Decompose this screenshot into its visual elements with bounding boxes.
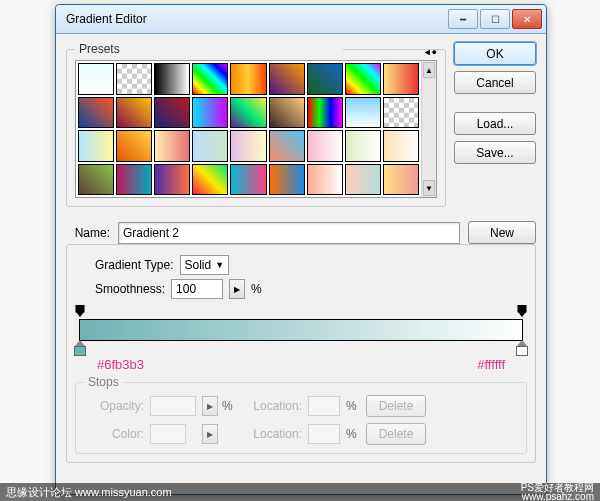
preset-swatch[interactable]: [78, 130, 114, 162]
preset-swatch[interactable]: [307, 130, 343, 162]
opacity-label: Opacity:: [84, 399, 144, 413]
stops-label: Stops: [84, 375, 123, 389]
color-stepper: ▶: [202, 424, 218, 444]
gradient-preview-bar[interactable]: [79, 319, 523, 341]
opacity-input: [150, 396, 196, 416]
gradient-editor-window: Gradient Editor ━ ☐ ✕ Presets ◄●: [55, 4, 547, 495]
presets-list: ▲ ▼: [75, 60, 437, 198]
color-location-input: [308, 424, 340, 444]
svg-rect-0: [76, 305, 84, 312]
preset-swatch[interactable]: [307, 63, 343, 95]
preset-swatch[interactable]: [345, 164, 381, 196]
delete-color-stop-button: Delete: [366, 423, 426, 445]
watermark-left: 思缘设计论坛 www.missyuan.com: [6, 485, 172, 500]
ok-button[interactable]: OK: [454, 42, 536, 65]
preset-swatch[interactable]: [345, 130, 381, 162]
preset-swatch[interactable]: [192, 164, 228, 196]
preset-swatch[interactable]: [78, 164, 114, 196]
smoothness-label: Smoothness:: [95, 282, 165, 296]
preset-swatch[interactable]: [230, 164, 266, 196]
preset-swatch[interactable]: [307, 164, 343, 196]
preset-swatch[interactable]: [116, 130, 152, 162]
opacity-location-label: Location:: [242, 399, 302, 413]
color-location-label: Location:: [242, 427, 302, 441]
preset-swatch[interactable]: [383, 97, 419, 129]
delete-opacity-stop-button: Delete: [366, 395, 426, 417]
color-location-percent: %: [346, 427, 360, 441]
maximize-button[interactable]: ☐: [480, 9, 510, 29]
opacity-location-input: [308, 396, 340, 416]
preset-swatch[interactable]: [78, 63, 114, 95]
client-area: Presets ◄● ▲ ▼ OK Cancel: [56, 34, 546, 494]
gradient-type-select[interactable]: Solid ▼: [180, 255, 230, 275]
opacity-stepper: ▶: [202, 396, 218, 416]
opacity-percent: %: [222, 399, 236, 413]
preset-swatch[interactable]: [269, 130, 305, 162]
color-label: Color:: [84, 427, 144, 441]
stops-group: Stops Opacity: ▶ % Location: % Delete Co…: [75, 375, 527, 454]
presets-scrollbar[interactable]: ▲ ▼: [421, 61, 436, 197]
preset-swatch[interactable]: [345, 63, 381, 95]
left-stop-hex: #6fb3b3: [97, 357, 144, 372]
name-input[interactable]: [118, 222, 460, 244]
preset-swatch[interactable]: [78, 97, 114, 129]
preset-swatch[interactable]: [345, 97, 381, 129]
gradient-type-label: Gradient Type:: [95, 258, 174, 272]
preset-swatch[interactable]: [269, 164, 305, 196]
gradient-group: Gradient Type: Solid ▼ Smoothness: 100 ▶…: [66, 244, 536, 463]
svg-marker-1: [76, 312, 84, 317]
preset-swatch[interactable]: [192, 97, 228, 129]
preset-swatch[interactable]: [383, 130, 419, 162]
preset-swatch[interactable]: [192, 63, 228, 95]
color-well: [150, 424, 186, 444]
preset-swatch[interactable]: [154, 130, 190, 162]
smoothness-stepper[interactable]: ▶: [229, 279, 245, 299]
preset-swatch[interactable]: [230, 63, 266, 95]
preset-swatch[interactable]: [230, 130, 266, 162]
preset-swatch[interactable]: [307, 97, 343, 129]
cancel-button[interactable]: Cancel: [454, 71, 536, 94]
watermark-right: PS爱好者教程网 www.psahz.com: [521, 483, 594, 501]
presets-menu-icon[interactable]: ◄●: [423, 47, 437, 57]
opacity-stop-left[interactable]: [75, 305, 85, 315]
presets-label: Presets: [79, 42, 120, 56]
watermark-footer: 思缘设计论坛 www.missyuan.com PS爱好者教程网 www.psa…: [0, 483, 600, 501]
scroll-down-icon[interactable]: ▼: [423, 180, 435, 196]
new-button[interactable]: New: [468, 221, 536, 244]
preset-swatch[interactable]: [230, 97, 266, 129]
smoothness-input[interactable]: 100: [171, 279, 223, 299]
right-stop-hex: #ffffff: [477, 357, 505, 372]
preset-swatch[interactable]: [154, 97, 190, 129]
preset-swatch[interactable]: [383, 164, 419, 196]
presets-group: Presets ◄● ▲ ▼: [66, 42, 446, 207]
preset-swatch[interactable]: [269, 97, 305, 129]
opacity-location-percent: %: [346, 399, 360, 413]
preset-swatch[interactable]: [116, 164, 152, 196]
svg-rect-2: [518, 305, 526, 312]
opacity-stop-right[interactable]: [517, 305, 527, 315]
load-button[interactable]: Load...: [454, 112, 536, 135]
chevron-down-icon: ▼: [215, 260, 224, 270]
preset-swatch[interactable]: [269, 63, 305, 95]
titlebar[interactable]: Gradient Editor ━ ☐ ✕: [56, 5, 546, 34]
gradient-bar-area: #6fb3b3 #ffffff: [79, 315, 523, 375]
percent-label: %: [251, 282, 262, 296]
scroll-up-icon[interactable]: ▲: [423, 62, 435, 78]
svg-marker-3: [518, 312, 526, 317]
color-stop-left[interactable]: [74, 340, 86, 354]
window-title: Gradient Editor: [60, 12, 448, 26]
preset-swatch[interactable]: [116, 97, 152, 129]
name-label: Name:: [66, 226, 110, 240]
preset-swatch[interactable]: [154, 63, 190, 95]
preset-swatch[interactable]: [383, 63, 419, 95]
preset-swatch[interactable]: [192, 130, 228, 162]
minimize-button[interactable]: ━: [448, 9, 478, 29]
color-stop-right[interactable]: [516, 340, 528, 354]
preset-swatch[interactable]: [154, 164, 190, 196]
preset-swatch[interactable]: [116, 63, 152, 95]
close-button[interactable]: ✕: [512, 9, 542, 29]
save-button[interactable]: Save...: [454, 141, 536, 164]
